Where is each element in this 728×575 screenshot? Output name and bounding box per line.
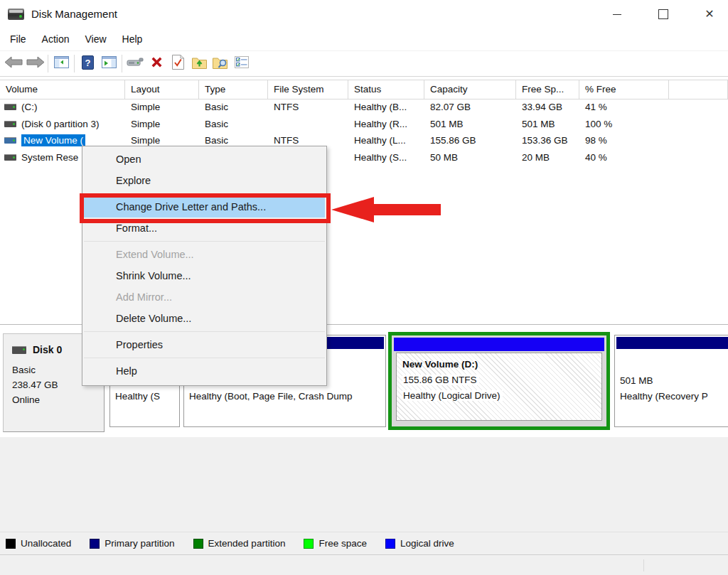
partition-type-stripe	[616, 337, 728, 349]
cell: 501 MB	[424, 119, 516, 129]
folder-find-button[interactable]	[210, 54, 231, 74]
column-header-free-sp---[interactable]: Free Sp...	[516, 80, 579, 99]
menu-help[interactable]: Help	[114, 28, 151, 50]
volume-cell: (Disk 0 partition 3)	[0, 119, 125, 129]
back-button[interactable]	[3, 54, 24, 74]
legend-label: Extended partition	[208, 538, 286, 549]
context-menu-item-add-mirror: Add Mirror...	[84, 286, 325, 308]
disk-icon	[12, 346, 26, 354]
context-menu-item-extend-volume: Extend Volume...	[84, 244, 325, 265]
minimize-button[interactable]	[601, 0, 633, 28]
context-menu-item-shrink-volume[interactable]: Shrink Volume...	[84, 265, 325, 286]
cell: Healthy (S...	[348, 152, 424, 163]
forward-icon	[26, 56, 44, 71]
legend-color-chip	[90, 539, 100, 549]
back-icon	[5, 56, 23, 71]
legend-item: Logical drive	[385, 538, 454, 549]
volume-label: New Volume (	[21, 134, 85, 146]
cell: NTFS	[268, 135, 348, 146]
legend-label: Primary partition	[105, 538, 174, 549]
close-button[interactable]: ✕	[693, 0, 726, 28]
menu-view[interactable]: View	[77, 28, 114, 50]
cell: Basic	[199, 119, 268, 129]
cell: Basic	[199, 102, 268, 112]
table-row[interactable]: (C:)SimpleBasicNTFSHealthy (B...82.07 GB…	[0, 99, 728, 116]
console-tree-button[interactable]	[50, 54, 72, 74]
cell: 153.36 GB	[516, 135, 579, 146]
volume-cell: New Volume (	[0, 134, 125, 146]
legend-label: Logical drive	[400, 538, 454, 549]
column-header-file-system[interactable]: File System	[268, 80, 348, 99]
cell: 40 %	[579, 152, 669, 163]
cell: 41 %	[579, 102, 669, 112]
properties-list-button[interactable]	[231, 54, 252, 74]
context-menu-item-delete-volume[interactable]: Delete Volume...	[84, 308, 325, 329]
volume-drive-icon	[4, 137, 16, 144]
column-header---free[interactable]: % Free	[579, 80, 669, 99]
partition-size-text: 155.86 GB NTFS	[402, 375, 479, 385]
folder-find-icon	[213, 55, 228, 72]
volume-cell: (C:)	[0, 102, 125, 112]
column-header-type[interactable]: Type	[199, 80, 268, 99]
menu-file[interactable]: File	[2, 28, 34, 50]
disk-management-window: Disk Management ✕ FileActionViewHelp ? V…	[0, 0, 728, 575]
column-header-capacity[interactable]: Capacity	[424, 80, 516, 99]
delete-button[interactable]	[146, 54, 167, 74]
partition-status: Healthy (S	[115, 389, 179, 404]
context-menu-separator	[84, 241, 325, 242]
folder-export-button[interactable]	[188, 54, 210, 74]
check-document-icon	[172, 55, 184, 72]
toolbar-separator	[74, 55, 75, 72]
context-menu-item-explore[interactable]: Explore	[84, 170, 325, 191]
column-header-layout[interactable]: Layout	[125, 80, 199, 99]
column-header-blank	[669, 80, 728, 99]
cell: 82.07 GB	[424, 102, 516, 112]
folder-export-icon	[192, 55, 207, 72]
context-menu: OpenExploreChange Drive Letter and Paths…	[82, 146, 327, 386]
context-menu-item-help[interactable]: Help	[84, 360, 325, 382]
column-header-status[interactable]: Status	[348, 80, 424, 99]
rescan-disks-button[interactable]	[124, 54, 146, 74]
toolbar: ?	[0, 51, 728, 77]
disk-name: Disk 0	[33, 343, 62, 358]
help-button[interactable]: ?	[77, 54, 98, 74]
partition-name	[620, 358, 728, 373]
cell: Simple	[125, 135, 199, 146]
action-pane-button[interactable]	[98, 54, 119, 74]
cell: 501 MB	[516, 119, 579, 129]
table-row[interactable]: (Disk 0 partition 3)SimpleBasicHealthy (…	[0, 116, 728, 133]
console-tree-icon	[54, 56, 69, 71]
partition-text: 501 MBHealthy (Recovery P	[620, 358, 728, 404]
check-document-button[interactable]	[167, 54, 188, 74]
disk-drive-icon	[8, 9, 24, 20]
cell: 20 MB	[516, 152, 579, 163]
partition-status-text: Healthy (Logical Drive)	[402, 390, 503, 401]
minimize-icon	[613, 14, 621, 15]
properties-list-icon	[235, 56, 249, 71]
toolbar-separator	[122, 55, 122, 72]
status-bar-divider	[643, 559, 644, 571]
cell: Basic	[199, 135, 268, 146]
volume-drive-icon	[4, 121, 16, 127]
partition-selected[interactable]: New Volume (D:)155.86 GB NTFSHealthy (Lo…	[388, 332, 610, 430]
delete-icon	[150, 55, 164, 72]
forward-button[interactable]	[24, 54, 46, 74]
context-menu-item-properties[interactable]: Properties	[84, 334, 325, 355]
maximize-button[interactable]	[647, 0, 680, 28]
cell: Healthy (L...	[348, 135, 424, 146]
column-header-volume[interactable]: Volume	[0, 80, 125, 99]
context-menu-item-open[interactable]: Open	[84, 149, 325, 170]
status-bar	[0, 556, 728, 575]
legend-label: Unallocated	[21, 538, 71, 549]
legend-color-chip	[304, 539, 314, 549]
toolbar-separator	[48, 55, 48, 72]
partition-status: Healthy (Logical Drive)	[402, 388, 601, 404]
legend-color-chip	[193, 539, 203, 549]
annotation-highlight-box	[80, 193, 331, 223]
help-icon: ?	[82, 55, 94, 72]
menu-action[interactable]: Action	[34, 28, 77, 50]
cell: 100 %	[579, 119, 669, 129]
window-title: Disk Management	[31, 8, 117, 20]
partition[interactable]: 501 MBHealthy (Recovery P	[614, 335, 728, 427]
action-pane-icon	[102, 56, 117, 71]
